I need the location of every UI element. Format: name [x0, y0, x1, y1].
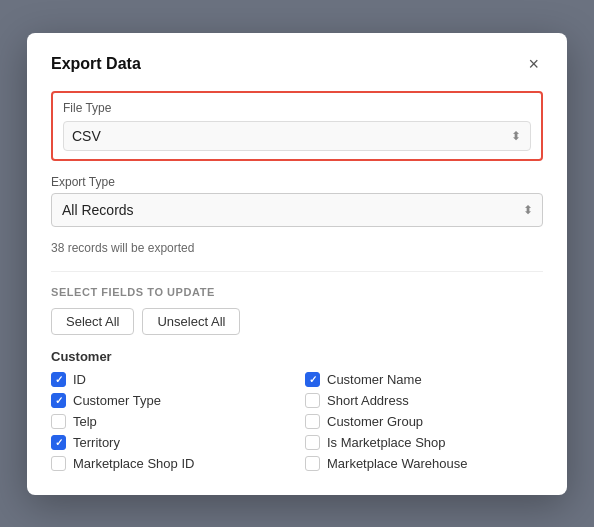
field-checkbox[interactable] — [51, 414, 66, 429]
field-name: Territory — [73, 435, 120, 450]
field-checkbox[interactable] — [305, 456, 320, 471]
field-name: Customer Type — [73, 393, 161, 408]
field-name: Marketplace Shop ID — [73, 456, 194, 471]
field-item: Customer Name — [305, 372, 543, 387]
field-item: Telp — [51, 414, 289, 429]
close-button[interactable]: × — [524, 53, 543, 75]
file-type-select-wrapper: CSV Excel JSON ⬍ — [63, 121, 531, 151]
export-type-select-wrapper: All Records Selected Records Current Pag… — [51, 193, 543, 227]
field-checkbox[interactable] — [305, 372, 320, 387]
fields-grid: IDCustomer NameCustomer TypeShort Addres… — [51, 372, 543, 471]
field-checkbox[interactable] — [51, 372, 66, 387]
file-type-label: File Type — [63, 101, 531, 115]
section-title: SELECT FIELDS TO UPDATE — [51, 286, 543, 298]
field-checkbox[interactable] — [51, 393, 66, 408]
export-type-group: Export Type All Records Selected Records… — [51, 175, 543, 227]
field-item: Is Marketplace Shop — [305, 435, 543, 450]
field-name: ID — [73, 372, 86, 387]
export-dialog: Export Data × File Type CSV Excel JSON ⬍… — [27, 33, 567, 495]
file-type-select[interactable]: CSV Excel JSON — [63, 121, 531, 151]
export-type-label: Export Type — [51, 175, 543, 189]
field-checkbox[interactable] — [305, 414, 320, 429]
field-item: Marketplace Warehouse — [305, 456, 543, 471]
field-item: Customer Type — [51, 393, 289, 408]
group-label: Customer — [51, 349, 543, 364]
field-checkbox[interactable] — [51, 456, 66, 471]
field-checkbox[interactable] — [305, 435, 320, 450]
file-type-group: File Type CSV Excel JSON ⬍ — [51, 91, 543, 161]
field-checkbox[interactable] — [51, 435, 66, 450]
field-item: Customer Group — [305, 414, 543, 429]
export-type-select[interactable]: All Records Selected Records Current Pag… — [51, 193, 543, 227]
select-all-button[interactable]: Select All — [51, 308, 134, 335]
unselect-all-button[interactable]: Unselect All — [142, 308, 240, 335]
field-item: Marketplace Shop ID — [51, 456, 289, 471]
field-name: Customer Group — [327, 414, 423, 429]
divider — [51, 271, 543, 272]
modal-header: Export Data × — [51, 53, 543, 75]
select-buttons-row: Select All Unselect All — [51, 308, 543, 335]
field-checkbox[interactable] — [305, 393, 320, 408]
field-item: Short Address — [305, 393, 543, 408]
field-name: Short Address — [327, 393, 409, 408]
modal-title: Export Data — [51, 55, 141, 73]
field-item: ID — [51, 372, 289, 387]
field-name: Telp — [73, 414, 97, 429]
field-name: Is Marketplace Shop — [327, 435, 446, 450]
field-item: Territory — [51, 435, 289, 450]
field-name: Marketplace Warehouse — [327, 456, 467, 471]
records-note: 38 records will be exported — [51, 241, 543, 255]
field-name: Customer Name — [327, 372, 422, 387]
